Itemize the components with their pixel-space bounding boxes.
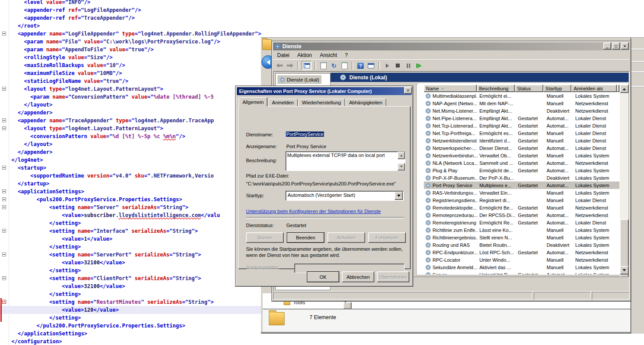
code-line: <setting name="Interface" serializeAs="S…	[49, 227, 198, 235]
column-header-beschreibung[interactable]: Beschreibung	[477, 85, 515, 92]
service-name-value[interactable]: PortProxyService	[286, 132, 324, 137]
service-row[interactable]: Richtlinie zum Entfe...Lässt eine Ko...M…	[424, 226, 619, 234]
service-row[interactable]: Multimediaklassenpl...Ermöglicht ei...Ma…	[424, 92, 619, 100]
scroll-up-button[interactable]	[398, 152, 405, 159]
service-row[interactable]: Netzwerkspeicher-...Dieser Dienst...Gest…	[424, 144, 619, 152]
menu-ansicht[interactable]: Ansicht	[316, 52, 341, 59]
back-icon[interactable]	[275, 61, 284, 70]
menu-aktion[interactable]: Aktion	[293, 52, 316, 59]
service-row[interactable]: Remotedesktopdie...Ermöglicht Be...Gesta…	[424, 204, 619, 211]
fold-toggle-icon[interactable]	[2, 189, 6, 193]
description-field[interactable]: Multiplexes external TCP/IP data on loca…	[285, 151, 405, 171]
services-gear-icon	[275, 44, 280, 49]
service-row[interactable]: PnP-X-IP-Busenum...Der PnP-X-Bu...Deakti…	[424, 174, 619, 181]
service-row[interactable]: Richtlinienergebniss...Stellt einen N...…	[424, 234, 619, 241]
service-row[interactable]: RPC-Endpunktzuor...Löst RPC-Sch...Gestar…	[424, 249, 619, 256]
close-button[interactable]: ×	[621, 43, 629, 50]
service-row[interactable]: RAS-Verbindungsv...Verwaltet Ein...Manue…	[424, 189, 619, 196]
service-gear-icon	[426, 108, 431, 114]
ok-button[interactable]: OK	[307, 271, 339, 282]
service-gear-icon	[426, 153, 431, 158]
service-cell: Netzwerkdienst	[574, 250, 619, 255]
service-row[interactable]: Net.Tcp-Listenerad...Empfängt Akt...Gest…	[424, 122, 619, 129]
fold-toggle-icon[interactable]	[2, 32, 6, 36]
service-row[interactable]: Net.Msmq-Listener...Empfängt Akt...Deakt…	[424, 107, 619, 114]
service-row[interactable]: NetzwerklistendienstIdentifiziert d...Ge…	[424, 137, 619, 144]
tab-wiederherstellung[interactable]: Wiederherstellung	[298, 99, 345, 107]
service-row[interactable]: Netzwerkverbindun...Verwaltet Ob...Gesta…	[424, 152, 619, 159]
abbrechen-button[interactable]: Abbrechen	[342, 271, 374, 282]
service-cell: Lokales System	[574, 183, 619, 188]
service-name-cell: NAP-Agent (Netwo...	[424, 101, 478, 106]
service-gear-icon	[426, 101, 431, 106]
close-icon[interactable]: ×	[404, 87, 412, 94]
start-service-icon[interactable]	[383, 61, 392, 70]
services-title-bar[interactable]: Dienste _□×	[273, 43, 630, 50]
fold-toggle-icon[interactable]	[2, 118, 6, 122]
menu-help[interactable]: ?	[341, 52, 352, 59]
fold-toggle-icon[interactable]	[2, 276, 6, 280]
startoptions-help-link[interactable]: Unterstützung beim Konfigurieren der Sta…	[246, 209, 381, 214]
restart-service-icon[interactable]	[414, 61, 423, 70]
export-list-icon[interactable]	[340, 61, 349, 70]
fold-toggle-icon[interactable]	[2, 87, 6, 91]
fold-toggle-icon[interactable]	[2, 197, 6, 201]
fold-toggle-icon[interactable]	[2, 166, 6, 170]
column-header-starttyp[interactable]: Starttyp	[543, 85, 572, 92]
help-icon[interactable]: ?	[356, 61, 365, 70]
menu-datei[interactable]: Datei	[273, 52, 293, 59]
service-row[interactable]: Remoteprozedurau...Der RPCSS-Di...Gestar…	[424, 211, 619, 219]
service-row[interactable]: NAP-Agent (Netwo...Mit dem NAP-...Manuel…	[424, 100, 619, 107]
code-line: <value>subscriber.lloydslistintelligence…	[62, 211, 220, 219]
show-console-tree-icon[interactable]	[302, 61, 312, 70]
refresh-icon[interactable]: ↻	[329, 61, 338, 70]
service-row[interactable]: RemoteregistrierungErmöglicht Re...Gesta…	[424, 219, 619, 226]
vertical-scrollbar[interactable]	[620, 85, 628, 274]
fold-toggle-icon[interactable]	[2, 205, 6, 209]
forward-icon[interactable]	[285, 61, 295, 70]
fold-toggle-icon[interactable]	[2, 229, 6, 233]
combo-drop-button[interactable]	[394, 192, 403, 200]
service-row[interactable]: Registrierungsdiens...Registriert di...M…	[424, 196, 619, 204]
scroll-down-button[interactable]	[620, 266, 629, 274]
service-row[interactable]: Port Proxy ServiceMultiplexes e...Gestar…	[424, 181, 619, 189]
dialog-title-bar[interactable]: Eigenschaften von Port Proxy Service (Lo…	[237, 87, 412, 95]
console-window-icon[interactable]	[366, 61, 376, 70]
tab-abhängigkeiten[interactable]: Abhängigkeiten	[345, 99, 387, 107]
minimize-button[interactable]: _	[603, 43, 611, 50]
service-row[interactable]: Net.Pipe-Listenera...Empfängt Akt...Gest…	[424, 114, 619, 122]
tab-allgemein[interactable]: Allgemein	[239, 97, 267, 107]
code-line: <appender-ref ref="LogFileAppender"/>	[24, 6, 141, 14]
pause-service-icon[interactable]	[404, 61, 413, 70]
service-gear-icon	[426, 93, 431, 99]
service-row[interactable]: Sekundäre Anmeld...Aktiviert das ...Manu…	[424, 263, 619, 271]
dropdown-button[interactable]	[343, 302, 352, 309]
service-cell: Empfängt Akt...	[478, 123, 516, 128]
service-row[interactable]: ServerUnterstützt D...GestartetAutomat..…	[424, 271, 619, 274]
starttype-select[interactable]: Automatisch (Verzögerter Start)	[285, 191, 404, 201]
code-line: <applicationSettings>	[18, 188, 84, 196]
column-header-anmelden-als[interactable]: Anmelden als	[571, 85, 617, 92]
scroll-up-button[interactable]	[620, 85, 629, 93]
tree-item-dienste-lokal[interactable]: Dienste (Lokal)	[278, 75, 321, 84]
column-header-status[interactable]: Status	[515, 85, 543, 92]
service-row[interactable]: Routing und RASBietet Routin...Deaktivie…	[424, 241, 619, 249]
fold-toggle-icon[interactable]	[2, 253, 6, 256]
fold-toggle-icon[interactable]	[2, 300, 6, 304]
service-cell: Automat...	[545, 116, 574, 121]
service-name-cell: Routing und RAS	[424, 242, 478, 248]
fold-toggle-icon[interactable]	[2, 126, 6, 130]
toolbar: ↻?	[273, 60, 630, 71]
description-scrollbar[interactable]	[398, 152, 405, 171]
service-row[interactable]: RPC-LocatorUnter Windo...ManuellNetzwerk…	[424, 256, 619, 263]
beenden-button[interactable]: Beenden	[287, 232, 324, 243]
scroll-down-button[interactable]	[398, 163, 405, 171]
tab-anmelden[interactable]: Anmelden	[268, 99, 298, 107]
maximize-button[interactable]: □	[612, 43, 620, 50]
properties-icon[interactable]	[319, 61, 328, 70]
column-header-name[interactable]: Name	[424, 85, 477, 92]
service-row[interactable]: NLA (Network Loca...Sammelt und ...Gesta…	[424, 159, 619, 167]
service-row[interactable]: Net.Tcp-Portfreiga...Ermöglicht es...Ges…	[424, 129, 619, 137]
stop-service-icon[interactable]	[393, 61, 402, 70]
service-row[interactable]: Plug & PlayErmöglicht de...GestartetAuto…	[424, 167, 619, 174]
